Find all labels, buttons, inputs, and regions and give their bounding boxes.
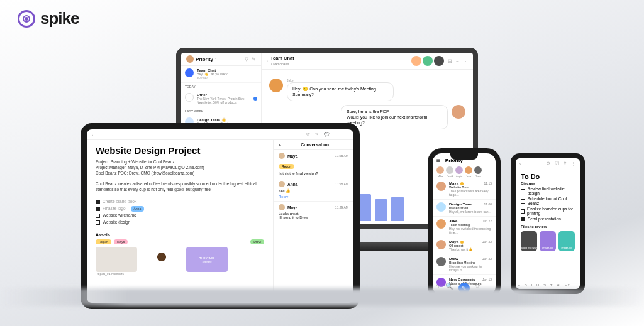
checkbox-icon[interactable] — [521, 199, 525, 204]
task-item[interactable]: Create brand-book — [96, 199, 264, 205]
chart-category-label: Barcelona — [391, 223, 404, 226]
sidebar-title[interactable]: Priority — [196, 57, 213, 62]
checkbox-icon[interactable] — [96, 220, 100, 225]
format-button[interactable]: I — [98, 308, 99, 310]
checkbox-icon[interactable] — [96, 214, 100, 218]
back-icon[interactable]: ‹ — [519, 161, 521, 166]
more-icon[interactable]: ⋮ — [571, 161, 576, 166]
format-button[interactable]: ☰ — [150, 307, 153, 309]
file-chip[interactable]: image.jpg — [540, 231, 556, 251]
format-button[interactable]: # — [215, 308, 217, 310]
toolbar-button[interactable]: + — [518, 283, 520, 288]
item-date: 11:15 — [484, 182, 492, 185]
file-chip[interactable]: audio_file.wav — [521, 231, 537, 251]
toolbar-button[interactable]: I — [531, 283, 532, 288]
format-button[interactable]: H2 — [142, 308, 147, 310]
menu-icon[interactable]: ≡ — [436, 157, 440, 164]
todo-icon[interactable]: ☑ — [555, 161, 559, 166]
checkbox-icon[interactable] — [96, 200, 100, 204]
todo-item[interactable]: Finalize branded cups for printing — [521, 207, 575, 215]
format-button[interactable]: 🕒 — [233, 307, 237, 309]
close-icon[interactable]: × — [279, 143, 281, 147]
todo-item[interactable]: Send presentation — [521, 217, 575, 221]
menu-icon[interactable]: ⋮ — [344, 132, 348, 137]
format-button[interactable]: GIF — [197, 308, 204, 310]
toolbar-button[interactable]: T — [550, 283, 553, 288]
sidebar-item[interactable]: Other The New York Times, Protein Size, … — [181, 90, 261, 107]
task-label: Website design — [103, 220, 130, 225]
list-item[interactable]: Jake Jun 22 Team Meeting Hey, we switche… — [433, 217, 496, 237]
list-item[interactable]: Maya 11:15 Website Tour The updated test… — [433, 179, 496, 200]
format-button[interactable]: ≡ — [157, 308, 160, 310]
more-icon[interactable]: ≡ — [456, 58, 459, 64]
sidebar-item[interactable]: Team Chat Hey! 👋 Can you send… #Pinned — [181, 66, 261, 83]
chat-icon[interactable]: 💬 — [324, 132, 330, 137]
toolbar-button[interactable]: ⋯ — [574, 283, 578, 288]
file-chip[interactable]: image.col — [558, 231, 575, 251]
asset-thumb[interactable] — [141, 247, 182, 272]
list-item[interactable]: Maya Jun 22 Q3 report Thanks, got it 👍 — [433, 237, 496, 254]
format-button[interactable]: B — [92, 308, 94, 310]
toolbar-button[interactable]: HI — [557, 283, 560, 288]
chat-participant-avatars[interactable] — [411, 56, 444, 66]
asset-tag[interactable]: Drew — [250, 239, 264, 245]
format-button[interactable]: HI — [134, 308, 138, 310]
checkbox-icon[interactable] — [521, 189, 525, 193]
item-date: Jun 22 — [482, 219, 492, 223]
person-name: Jake — [465, 175, 472, 178]
item-avatar — [436, 219, 446, 229]
format-button[interactable]: T — [122, 308, 125, 310]
format-button[interactable]: ≡ — [169, 308, 172, 310]
history-icon[interactable]: ⟳ — [306, 132, 310, 137]
asset-tag[interactable]: Maya — [114, 239, 128, 245]
task-item[interactable]: Website design — [96, 220, 264, 225]
person-avatar[interactable] — [436, 166, 444, 174]
asset-thumb[interactable]: THE CAFEcoffee time — [186, 247, 228, 272]
asset-tag[interactable]: Report — [96, 239, 111, 245]
format-button[interactable]: ☑ — [226, 307, 229, 309]
video-call-icon[interactable]: ⊞ — [448, 58, 452, 64]
conversation-item[interactable]: Anna 11:28 AM Yes 👍 Reply — [274, 178, 353, 202]
format-button[interactable]: A — [128, 308, 130, 310]
format-button[interactable]: T — [116, 308, 118, 310]
format-button[interactable]: { } — [183, 308, 187, 310]
edit-icon[interactable]: ✎ — [315, 132, 319, 137]
conversation-item[interactable]: Maya 11:29 AM Looks great. I'll send it … — [274, 202, 353, 222]
compose-icon[interactable]: ✎ — [252, 57, 256, 62]
list-item[interactable]: Drew Jun 22 Branding Meeting Hey are you… — [433, 254, 496, 275]
list-item[interactable]: Design Team 11:00 Presentation Hey all, … — [433, 200, 496, 217]
task-item[interactable]: Website wireframe — [96, 213, 264, 219]
conversation-item[interactable]: Maya 11:28 AM Report Is this the final v… — [274, 150, 353, 178]
share-icon[interactable]: ⇪ — [563, 161, 567, 166]
todo-item[interactable]: Schedule tour of Cool Beanz — [521, 197, 575, 205]
person-avatar[interactable] — [465, 166, 472, 174]
toolbar-button[interactable]: U — [536, 283, 539, 288]
person-avatar[interactable] — [455, 166, 463, 174]
checkbox-icon[interactable] — [96, 207, 100, 211]
todo-item[interactable]: Review final website design — [521, 187, 575, 195]
conv-text: Looks great. I'll send it to Drew — [279, 212, 348, 219]
format-button[interactable]: U — [103, 308, 106, 310]
person-avatar[interactable] — [446, 166, 453, 174]
options-icon[interactable]: ⋮ — [463, 58, 468, 64]
back-icon[interactable]: ‹ — [92, 133, 93, 137]
format-button[interactable]: S — [109, 308, 112, 310]
toolbar-button[interactable]: S — [543, 283, 546, 288]
format-button[interactable]: / — [221, 308, 223, 310]
sidebar-user-avatar[interactable] — [186, 55, 194, 63]
checkbox-icon[interactable] — [521, 217, 525, 221]
sync-icon[interactable]: ⟳ — [547, 161, 551, 166]
more-icon[interactable]: ⋯ — [335, 132, 339, 137]
toolbar-button[interactable]: H2 — [565, 283, 570, 288]
reply-button[interactable]: Reply — [279, 195, 348, 198]
format-button[interactable]: — — [190, 308, 194, 310]
task-item[interactable]: Finalize logo Anna — [96, 206, 264, 212]
toolbar-button[interactable]: B — [525, 283, 527, 288]
person-avatar[interactable] — [474, 166, 482, 174]
format-button[interactable]: @ — [208, 308, 211, 310]
format-button[interactable]: ⋮ — [175, 307, 179, 309]
checkbox-icon[interactable] — [521, 209, 525, 214]
format-button[interactable]: ≡ — [164, 308, 166, 310]
asset-thumb[interactable] — [96, 247, 137, 272]
filter-icon[interactable]: ▽ — [245, 57, 248, 62]
